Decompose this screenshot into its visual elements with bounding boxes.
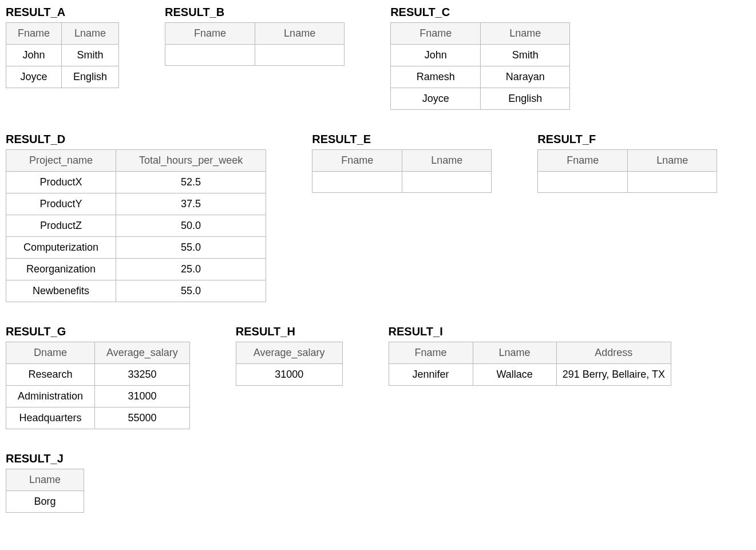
result-c-table: Fname Lname John Smith Ramesh Narayan Jo… xyxy=(390,22,570,110)
cell xyxy=(165,45,255,66)
cell: 55.0 xyxy=(116,237,266,259)
table-header-row: Lname xyxy=(6,469,84,491)
cell: Joyce xyxy=(6,66,62,88)
col-header: Lname xyxy=(628,150,717,172)
col-header: Fname xyxy=(389,342,473,364)
table-header-row: Fname Lname xyxy=(538,150,717,172)
table-header-row: Fname Lname xyxy=(391,23,570,45)
cell: 50.0 xyxy=(116,215,266,237)
col-header: Lname xyxy=(6,469,84,491)
table-row: ProductZ 50.0 xyxy=(6,215,266,237)
table-header-row: Fname Lname xyxy=(165,23,345,45)
table-row xyxy=(312,172,492,193)
table-row: ProductX 52.5 xyxy=(6,172,266,193)
result-a-table: Fname Lname John Smith Joyce English xyxy=(6,22,119,88)
cell: Newbenefits xyxy=(6,280,116,302)
col-header: Average_salary xyxy=(236,342,342,364)
table-header-row: Project_name Total_hours_per_week xyxy=(6,150,266,172)
cell: Joyce xyxy=(391,88,481,110)
table-header-row: Fname Lname xyxy=(6,23,119,45)
cell: 55.0 xyxy=(116,280,266,302)
table-row: ProductY 37.5 xyxy=(6,193,266,215)
cell: Computerization xyxy=(6,237,116,259)
result-g-block: RESULT_G Dname Average_salary Research 3… xyxy=(6,325,190,429)
result-h-table: Average_salary 31000 xyxy=(236,342,343,386)
result-b-block: RESULT_B Fname Lname xyxy=(165,6,345,66)
row-3: RESULT_G Dname Average_salary Research 3… xyxy=(6,325,750,429)
col-header: Lname xyxy=(481,23,570,45)
col-header: Total_hours_per_week xyxy=(116,150,266,172)
table-row: Ramesh Narayan xyxy=(391,66,570,88)
table-row: Borg xyxy=(6,491,84,513)
col-header: Average_salary xyxy=(95,342,190,364)
cell: Smith xyxy=(481,45,570,66)
table-row xyxy=(165,45,345,66)
table-row: Joyce English xyxy=(391,88,570,110)
table-header-row: Average_salary xyxy=(236,342,342,364)
cell xyxy=(402,172,492,193)
result-f-block: RESULT_F Fname Lname xyxy=(537,133,717,193)
col-header: Fname xyxy=(6,23,62,45)
col-header: Fname xyxy=(165,23,255,45)
cell: Wallace xyxy=(473,364,556,386)
col-header: Fname xyxy=(538,150,628,172)
col-header: Lname xyxy=(402,150,492,172)
col-header: Project_name xyxy=(6,150,116,172)
cell xyxy=(538,172,628,193)
table-row: Jennifer Wallace 291 Berry, Bellaire, TX xyxy=(389,364,671,386)
col-header: Lname xyxy=(62,23,119,45)
table-row: Research 33250 xyxy=(6,364,190,386)
result-h-title: RESULT_H xyxy=(236,325,343,338)
table-row: John Smith xyxy=(6,45,119,66)
cell: 31000 xyxy=(95,386,190,407)
result-f-table: Fname Lname xyxy=(537,149,717,193)
col-header: Fname xyxy=(312,150,402,172)
cell xyxy=(312,172,402,193)
result-a-block: RESULT_A Fname Lname John Smith Joyce En… xyxy=(6,6,119,88)
cell: Research xyxy=(6,364,95,386)
cell: Administration xyxy=(6,386,95,407)
result-j-block: RESULT_J Lname Borg xyxy=(6,452,84,513)
cell: Smith xyxy=(62,45,119,66)
cell: 31000 xyxy=(236,364,342,386)
cell: 33250 xyxy=(95,364,190,386)
result-e-block: RESULT_E Fname Lname xyxy=(312,133,492,193)
result-j-title: RESULT_J xyxy=(6,452,84,465)
result-e-table: Fname Lname xyxy=(312,149,492,193)
table-header-row: Fname Lname Address xyxy=(389,342,671,364)
cell: Ramesh xyxy=(391,66,481,88)
result-f-title: RESULT_F xyxy=(537,133,717,146)
cell: Headquarters xyxy=(6,407,95,429)
result-c-title: RESULT_C xyxy=(390,6,570,19)
cell xyxy=(255,45,345,66)
result-d-table: Project_name Total_hours_per_week Produc… xyxy=(6,149,266,302)
table-header-row: Fname Lname xyxy=(312,150,492,172)
result-i-table: Fname Lname Address Jennifer Wallace 291… xyxy=(389,342,672,386)
row-4: RESULT_J Lname Borg xyxy=(6,452,750,513)
cell: 52.5 xyxy=(116,172,266,193)
cell: 25.0 xyxy=(116,259,266,280)
cell: Borg xyxy=(6,491,84,513)
result-g-table: Dname Average_salary Research 33250 Admi… xyxy=(6,342,190,429)
result-c-block: RESULT_C Fname Lname John Smith Ramesh N… xyxy=(390,6,570,110)
result-i-block: RESULT_I Fname Lname Address Jennifer Wa… xyxy=(389,325,672,386)
cell: ProductY xyxy=(6,193,116,215)
cell: John xyxy=(391,45,481,66)
result-i-title: RESULT_I xyxy=(389,325,672,338)
cell: Narayan xyxy=(481,66,570,88)
table-row: Reorganization 25.0 xyxy=(6,259,266,280)
row-2: RESULT_D Project_name Total_hours_per_we… xyxy=(6,133,750,302)
row-1: RESULT_A Fname Lname John Smith Joyce En… xyxy=(6,6,750,110)
col-header: Lname xyxy=(473,342,556,364)
table-row: Headquarters 55000 xyxy=(6,407,190,429)
table-row: John Smith xyxy=(391,45,570,66)
col-header: Lname xyxy=(255,23,345,45)
col-header: Dname xyxy=(6,342,95,364)
cell: English xyxy=(481,88,570,110)
result-g-title: RESULT_G xyxy=(6,325,190,338)
table-row: Administration 31000 xyxy=(6,386,190,407)
table-row: Computerization 55.0 xyxy=(6,237,266,259)
cell: Jennifer xyxy=(389,364,473,386)
result-d-block: RESULT_D Project_name Total_hours_per_we… xyxy=(6,133,266,302)
result-d-title: RESULT_D xyxy=(6,133,266,146)
